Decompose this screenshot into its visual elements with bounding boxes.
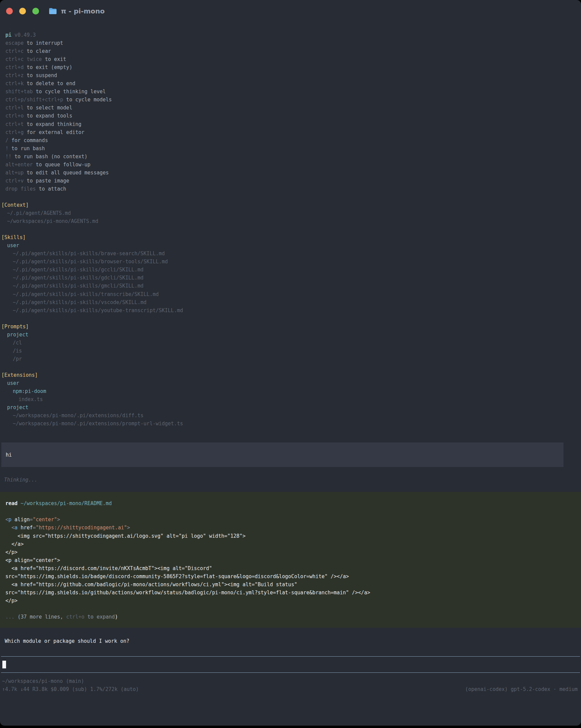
code-line <box>5 605 576 613</box>
app-version <box>11 32 15 38</box>
shortcut-row: escape to interrupt <box>5 39 581 47</box>
text-segment: ~/workspaces/pi-mono/README.md <box>21 500 112 506</box>
shortcut-desc: to paste image <box>24 178 69 184</box>
code-line: ... (37 more lines, ctrl+o to expand) <box>5 613 576 621</box>
title-bar: π - pi-mono <box>0 0 581 22</box>
section-item: ~/workspaces/pi-mono/.pi/extensions/diff… <box>1 412 581 420</box>
shortcut-desc: for external editor <box>24 129 84 135</box>
shortcut-desc: to select model <box>24 105 72 111</box>
shortcut-row: ! to run bash <box>5 145 581 153</box>
shortcut-key: !! <box>5 154 11 160</box>
text-segment: > <box>57 517 60 523</box>
section-item: ~/workspaces/pi-mono/AGENTS.md <box>1 217 581 225</box>
version-text: v0.49.3 <box>15 32 36 38</box>
section-header: [Context] <box>1 201 581 209</box>
thinking-indicator: Thinking... <box>0 476 581 484</box>
shortcut-key: alt+enter <box>5 162 33 168</box>
section-item: ~/.pi/agent/skills/pi-skills/brave-searc… <box>1 250 581 258</box>
section-item: project <box>1 404 581 412</box>
shortcut-row: alt+up to edit all queued messages <box>5 169 581 177</box>
shortcut-desc: to run bash <box>8 146 45 152</box>
section-item: index.ts <box>1 395 581 404</box>
code-line: src="https://img.shields.io/github/actio… <box>5 589 576 597</box>
shortcut-desc: to queue follow-up <box>33 162 90 168</box>
user-message-text: hi <box>6 451 12 459</box>
code-line: <p align="center"> <box>5 516 576 524</box>
shortcut-row: ctrl+v to paste image <box>5 177 581 185</box>
section-item: ~/.pi/agent/AGENTS.md <box>1 209 581 217</box>
code-line <box>5 508 576 516</box>
section-item: /cl <box>1 339 581 347</box>
tool-output: read ~/workspaces/pi-mono/README.md <p a… <box>5 499 576 621</box>
folder-icon <box>49 8 57 15</box>
text-segment: <a href="https://discord.com/invite/nKXT… <box>5 565 212 571</box>
text-segment: src="https://img.shields.io/github/actio… <box>5 590 370 596</box>
help-block: pi v0.49.3 escape to interruptctrl+c to … <box>0 31 581 193</box>
zoom-button[interactable] <box>32 8 39 15</box>
prompt-input[interactable] <box>1 656 580 673</box>
text-segment: p <box>8 517 11 523</box>
text-segment: "center" <box>33 517 57 523</box>
text-segment: align <box>11 517 30 523</box>
shortcut-key: drop files <box>5 186 36 192</box>
section-item: ~/.pi/agent/skills/pi-skills/transcribe/… <box>1 290 581 298</box>
shortcut-row: ctrl+c twice to exit <box>5 55 581 63</box>
code-line: <p align="center"> <box>5 556 576 564</box>
shortcut-key: ctrl+g <box>5 129 24 135</box>
text-segment: ctrl+o <box>66 614 84 620</box>
shortcut-key: escape <box>5 40 24 46</box>
shortcut-row: ctrl+t to expand thinking <box>5 120 581 128</box>
section-item: /pr <box>1 355 581 363</box>
shortcut-desc: to exit (empty) <box>24 64 72 70</box>
section-header: [Extensions] <box>1 371 581 379</box>
code-line: <a href="https://shittycodingagent.ai"> <box>5 524 576 532</box>
shortcut-row: ctrl+d to exit (empty) <box>5 63 581 71</box>
shortcut-desc: to run bash (no context) <box>11 154 87 160</box>
user-message: hi <box>1 442 563 467</box>
shortcut-row: ctrl+g for external editor <box>5 128 581 136</box>
shortcut-row: ctrl+z to suspend <box>5 71 581 79</box>
shortcut-row: alt+enter to queue follow-up <box>5 161 581 169</box>
code-line: </p> <box>5 548 576 556</box>
tool-call-block: read ~/workspaces/pi-mono/README.md <p a… <box>0 492 581 628</box>
shortcut-desc: to interrupt <box>24 40 63 46</box>
section-item: ~/.pi/agent/skills/pi-skills/youtube-tra… <box>1 306 581 314</box>
text-segment: a <box>15 525 18 531</box>
shortcut-row: ctrl+p/shift+ctrl+p to cycle models <box>5 96 581 104</box>
minimize-button[interactable] <box>19 8 26 15</box>
code-line: </a> <box>5 540 576 548</box>
text-segment: ) <box>115 614 118 620</box>
shortcut-row: ctrl+o to expand tools <box>5 112 581 120</box>
text-cursor <box>2 661 6 668</box>
code-line: <img src="https://shittycodingagent.ai/l… <box>5 532 576 540</box>
code-line: </p> <box>5 597 576 605</box>
text-segment: src="https://img.shields.io/badge/discor… <box>5 573 349 579</box>
section: [Skills]user~/.pi/agent/skills/pi-skills… <box>1 233 581 314</box>
text-segment: <img src="https://shittycodingagent.ai/l… <box>5 533 245 539</box>
text-segment <box>18 500 21 506</box>
shortcut-key: ctrl+v <box>5 178 24 184</box>
text-segment: < <box>5 525 15 531</box>
shortcut-row: / for commands <box>5 136 581 145</box>
shortcut-row: drop files to attach <box>5 185 581 193</box>
shortcut-desc: to suspend <box>24 72 57 78</box>
text-segment: < <box>5 517 8 523</box>
text-segment: </a> <box>5 541 24 547</box>
shortcut-desc: to expand tools <box>24 113 72 119</box>
shortcut-row: ctrl+c to clear <box>5 47 581 55</box>
section-item: npm:pi-doom <box>1 387 581 395</box>
shortcut-key: / <box>5 137 8 144</box>
close-button[interactable] <box>6 8 13 15</box>
shortcut-list: escape to interruptctrl+c to clearctrl+c… <box>5 39 581 193</box>
shortcut-key: ! <box>5 146 8 152</box>
section-header: [Skills] <box>1 233 581 241</box>
text-segment: <a href="https://github.com/badlogic/pi-… <box>5 581 297 588</box>
section-item: ~/.pi/agent/skills/pi-skills/gdcli/SKILL… <box>1 274 581 282</box>
shortcut-desc: to exit <box>42 56 66 62</box>
section: [Prompts]project/cl/is/pr <box>1 322 581 363</box>
shortcut-desc: for commands <box>8 137 48 144</box>
shortcut-key: ctrl+d <box>5 64 24 70</box>
section-header: [Prompts] <box>1 322 581 331</box>
context-sections: [Context]~/.pi/agent/AGENTS.md~/workspac… <box>0 201 581 427</box>
shortcut-key: ctrl+z <box>5 72 24 78</box>
